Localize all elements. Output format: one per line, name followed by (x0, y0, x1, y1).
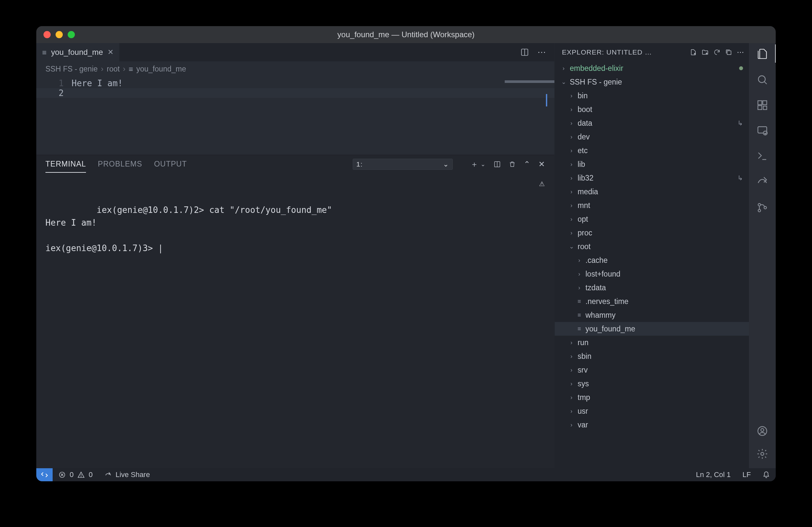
status-bar: 0 0 Live Share Ln 2, Col 1 LF (36, 468, 776, 481)
chevron-right-icon: › (568, 147, 574, 154)
code-line[interactable]: Here I am! (72, 78, 554, 88)
tree-folder[interactable]: ›bin (555, 89, 749, 103)
chevron-right-icon: › (568, 422, 574, 428)
tree-folder[interactable]: ›run (555, 336, 749, 349)
source-control-activity-icon[interactable] (756, 202, 768, 213)
warning-count: 0 (89, 470, 92, 479)
notifications-icon[interactable] (757, 471, 776, 478)
chevron-right-icon: › (568, 92, 574, 99)
workbench-body: ≡ you_found_me ✕ ⋯ SSH FS - genie › root… (36, 43, 776, 468)
collapse-all-icon[interactable] (725, 49, 732, 56)
breadcrumb-seg[interactable]: you_found_me (136, 65, 186, 74)
tree-item-label: boot (578, 105, 592, 114)
tree-folder[interactable]: ›lib32↳ (555, 171, 749, 185)
eol-status[interactable]: LF (737, 470, 757, 479)
file-tree[interactable]: ›embedded-elixir⌄SSH FS - genie›bin›boot… (555, 61, 749, 468)
tree-folder[interactable]: ›.cache (555, 253, 749, 267)
tree-item-label: sys (578, 379, 589, 388)
tree-folder[interactable]: ›srv (555, 363, 749, 377)
tree-folder[interactable]: ›tmp (555, 391, 749, 404)
terminal-activity-icon[interactable] (756, 150, 768, 162)
activity-bar (749, 43, 776, 468)
trash-icon[interactable] (509, 161, 516, 168)
minimize-window-button[interactable] (56, 31, 63, 38)
tree-folder[interactable]: ›embedded-elixir (555, 61, 749, 75)
new-file-icon[interactable] (690, 49, 697, 56)
new-terminal-icon[interactable]: ＋ (470, 159, 479, 169)
more-actions-icon[interactable]: ⋯ (537, 47, 546, 58)
tree-folder[interactable]: ›boot (555, 103, 749, 116)
tree-folder[interactable]: ⌄SSH FS - genie (555, 75, 749, 89)
tree-item-label: mnt (578, 201, 590, 210)
live-share-label: Live Share (116, 470, 150, 479)
file-icon: ≡ (42, 48, 46, 57)
tree-file[interactable]: ≡.nerves_time (555, 295, 749, 308)
tree-file[interactable]: ≡you_found_me (555, 322, 749, 336)
svg-point-16 (764, 206, 767, 209)
share-activity-icon[interactable] (756, 176, 769, 188)
remote-status-button[interactable] (36, 468, 53, 481)
breadcrumb[interactable]: SSH FS - genie › root › ≡ you_found_me (36, 61, 554, 76)
tree-item-label: run (578, 338, 589, 347)
refresh-icon[interactable] (713, 49, 721, 56)
chevron-right-icon: › (568, 134, 574, 140)
editor-tab[interactable]: ≡ you_found_me ✕ (36, 43, 119, 61)
tree-folder[interactable]: ›usr (555, 404, 749, 418)
new-folder-icon[interactable] (701, 49, 709, 56)
terminal-warning-icon[interactable]: ⚠ (539, 176, 545, 190)
code-line[interactable] (72, 88, 554, 98)
modified-dot-icon (739, 66, 743, 70)
tree-folder[interactable]: ›mnt (555, 198, 749, 212)
more-icon[interactable]: ⋯ (737, 48, 744, 57)
tree-folder[interactable]: ›etc (555, 144, 749, 157)
chevron-up-icon[interactable]: ⌃ (524, 160, 531, 169)
breadcrumb-seg[interactable]: root (106, 65, 120, 74)
tree-folder[interactable]: ›lost+found (555, 267, 749, 281)
tree-folder[interactable]: ⌄root (555, 240, 749, 253)
problems-status[interactable]: 0 0 (53, 470, 99, 479)
close-window-button[interactable] (43, 31, 51, 38)
terminal-selector[interactable]: 1: ⌄ (353, 159, 453, 170)
tree-file[interactable]: ≡whammy (555, 308, 749, 322)
live-share-status[interactable]: Live Share (99, 470, 156, 479)
svg-rect-9 (758, 106, 762, 110)
output-tab[interactable]: OUTPUT (154, 156, 187, 172)
symlink-icon: ↳ (738, 119, 743, 127)
tree-folder[interactable]: ›sys (555, 377, 749, 391)
close-tab-icon[interactable]: ✕ (107, 48, 113, 57)
minimap[interactable] (505, 80, 554, 83)
split-terminal-icon[interactable] (494, 161, 501, 168)
close-panel-icon[interactable]: ✕ (538, 160, 545, 169)
tree-folder[interactable]: ›dev (555, 130, 749, 144)
breadcrumb-seg[interactable]: SSH FS - genie (45, 65, 98, 74)
tree-folder[interactable]: ›opt (555, 212, 749, 226)
cursor-position-status[interactable]: Ln 2, Col 1 (690, 470, 737, 479)
account-icon[interactable] (756, 425, 768, 437)
problems-tab[interactable]: PROBLEMS (98, 156, 142, 172)
chevron-right-icon: › (568, 394, 574, 401)
terminal[interactable]: ⚠ iex(genie@10.0.1.7)2> cat "/root/you_f… (36, 173, 554, 468)
maximize-window-button[interactable] (68, 31, 75, 38)
split-editor-icon[interactable] (520, 48, 529, 57)
chevron-right-icon: › (568, 408, 574, 415)
tree-folder[interactable]: ›lib (555, 157, 749, 171)
chevron-down-icon[interactable]: ⌄ (480, 161, 486, 168)
svg-rect-10 (763, 106, 767, 110)
tree-folder[interactable]: ›data↳ (555, 116, 749, 130)
panel-actions: ＋ ⌄ ⌃ ✕ (470, 159, 545, 169)
tree-folder[interactable]: ›var (555, 418, 749, 432)
tree-folder[interactable]: ›media (555, 185, 749, 198)
settings-gear-icon[interactable] (756, 448, 768, 460)
explorer-activity-icon[interactable] (756, 48, 769, 60)
tree-folder[interactable]: ›tzdata (555, 281, 749, 295)
svg-point-15 (758, 209, 761, 212)
search-activity-icon[interactable] (756, 74, 768, 86)
terminal-tab[interactable]: TERMINAL (45, 156, 86, 173)
extensions-activity-icon[interactable] (756, 99, 768, 111)
tree-folder[interactable]: ›proc (555, 226, 749, 240)
remote-explorer-activity-icon[interactable] (756, 125, 768, 136)
tree-folder[interactable]: ›sbin (555, 349, 749, 363)
minimap-cursor (546, 94, 547, 106)
svg-point-19 (761, 453, 764, 455)
code-editor[interactable]: 1 Here I am! 2 (36, 76, 554, 155)
